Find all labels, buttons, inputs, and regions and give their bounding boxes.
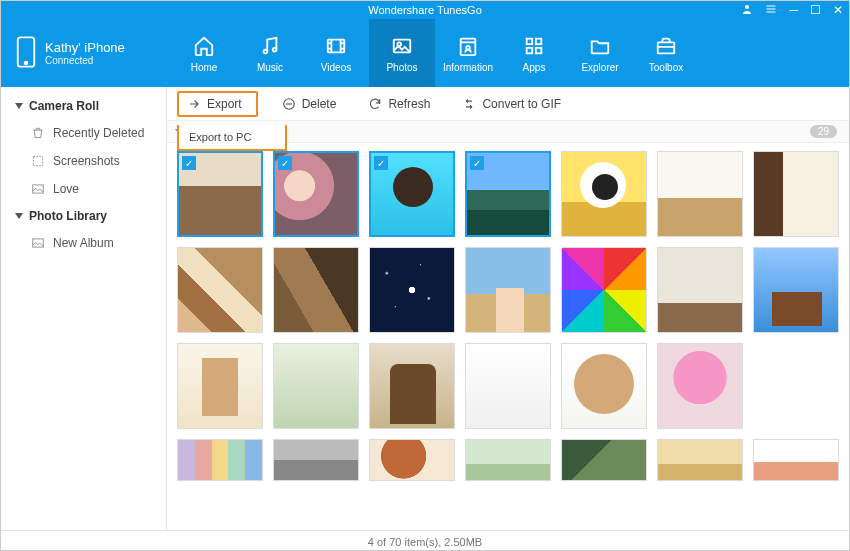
- header: Kathy' iPhone Connected Home Music Video…: [1, 19, 849, 87]
- photo-thumbnail[interactable]: [657, 151, 743, 237]
- toolbox-icon: [652, 34, 680, 58]
- window-controls: ─ ☐ ✕: [741, 1, 843, 19]
- convert-gif-button[interactable]: Convert to GIF: [454, 93, 569, 115]
- export-to-pc[interactable]: Export to PC: [179, 125, 285, 149]
- photo-thumbnail[interactable]: [273, 151, 359, 237]
- check-icon: [470, 156, 484, 170]
- apps-icon: [520, 34, 548, 58]
- svg-point-0: [745, 5, 749, 9]
- app-title: Wondershare TunesGo: [368, 4, 482, 16]
- photo-thumbnail[interactable]: [369, 343, 455, 429]
- photos-icon: [388, 34, 416, 58]
- photo-thumbnail[interactable]: [177, 247, 263, 333]
- photo-thumbnail[interactable]: [657, 247, 743, 333]
- refresh-button[interactable]: Refresh: [360, 93, 438, 115]
- nav-label: Music: [257, 62, 283, 73]
- photo-thumbnail[interactable]: [657, 439, 743, 481]
- photo-thumbnail[interactable]: [273, 247, 359, 333]
- nav-label: Home: [191, 62, 218, 73]
- svg-rect-11: [536, 38, 542, 44]
- nav-label: Apps: [523, 62, 546, 73]
- nav-videos[interactable]: Videos: [303, 19, 369, 87]
- check-icon: [374, 156, 388, 170]
- photo-thumbnail[interactable]: [753, 439, 839, 481]
- convert-label: Convert to GIF: [482, 97, 561, 111]
- photo-thumbnail[interactable]: [465, 247, 551, 333]
- device-status: Connected: [45, 55, 125, 66]
- home-icon: [190, 34, 218, 58]
- photo-grid-container: [167, 143, 849, 530]
- refresh-label: Refresh: [388, 97, 430, 111]
- photo-thumbnail[interactable]: [561, 247, 647, 333]
- photo-thumbnail[interactable]: [369, 247, 455, 333]
- sidebar-item-label: New Album: [53, 236, 114, 250]
- convert-icon: [462, 97, 476, 111]
- toolbar: Export Export to PC Delete Refresh Conve…: [167, 87, 849, 121]
- photo-thumbnail[interactable]: [561, 439, 647, 481]
- nav-music[interactable]: Music: [237, 19, 303, 87]
- nav-label: Explorer: [581, 62, 618, 73]
- export-dropdown: Export to PC: [177, 125, 287, 151]
- photo-thumbnail[interactable]: [561, 343, 647, 429]
- photo-thumbnail[interactable]: [273, 343, 359, 429]
- photo-thumbnail[interactable]: [369, 151, 455, 237]
- explorer-icon: [586, 34, 614, 58]
- export-icon: [187, 97, 201, 111]
- photo-thumbnail[interactable]: [177, 151, 263, 237]
- delete-button[interactable]: Delete: [274, 93, 345, 115]
- svg-rect-17: [33, 239, 44, 247]
- sidebar: Camera Roll Recently Deleted Screenshots…: [1, 87, 167, 530]
- photo-thumbnail[interactable]: [657, 343, 743, 429]
- photo-thumbnail[interactable]: [465, 439, 551, 481]
- sidebar-item-new-album[interactable]: New Album: [1, 229, 166, 257]
- photo-thumbnail[interactable]: [561, 151, 647, 237]
- photo-thumbnail[interactable]: [753, 151, 839, 237]
- svg-rect-10: [527, 38, 533, 44]
- menu-icon[interactable]: [765, 3, 777, 18]
- photo-thumbnail[interactable]: [177, 439, 263, 481]
- nav-photos[interactable]: Photos: [369, 19, 435, 87]
- statusbar: 4 of 70 item(s), 2.50MB: [1, 530, 849, 551]
- sidebar-item-recently-deleted[interactable]: Recently Deleted: [1, 119, 166, 147]
- svg-rect-16: [33, 185, 44, 193]
- nav-label: Videos: [321, 62, 351, 73]
- nav-information[interactable]: Information: [435, 19, 501, 87]
- image-icon: [31, 236, 45, 250]
- nav-apps[interactable]: Apps: [501, 19, 567, 87]
- svg-rect-12: [527, 47, 533, 53]
- count-badge: 29: [810, 125, 837, 138]
- nav-home[interactable]: Home: [171, 19, 237, 87]
- photo-thumbnail[interactable]: [273, 439, 359, 481]
- photo-thumbnail[interactable]: [465, 343, 551, 429]
- photo-thumbnail[interactable]: [753, 247, 839, 333]
- export-button[interactable]: Export: [177, 91, 258, 117]
- sidebar-item-label: Love: [53, 182, 79, 196]
- close-icon[interactable]: ✕: [833, 3, 843, 17]
- minimize-icon[interactable]: ─: [789, 3, 798, 17]
- photo-thumbnail[interactable]: [465, 151, 551, 237]
- svg-point-4: [273, 47, 277, 51]
- photo-grid: [177, 151, 839, 429]
- image-icon: [31, 182, 45, 196]
- titlebar: Wondershare TunesGo ─ ☐ ✕: [1, 1, 849, 19]
- nav-label: Toolbox: [649, 62, 683, 73]
- photo-thumbnail[interactable]: [177, 343, 263, 429]
- nav-label: Information: [443, 62, 493, 73]
- sidebar-group-label: Photo Library: [29, 209, 107, 223]
- sidebar-item-label: Screenshots: [53, 154, 120, 168]
- delete-icon: [282, 97, 296, 111]
- sidebar-group-label: Camera Roll: [29, 99, 99, 113]
- svg-rect-5: [328, 39, 345, 52]
- photo-thumbnail[interactable]: [369, 439, 455, 481]
- refresh-icon: [368, 97, 382, 111]
- sidebar-group-photo-library[interactable]: Photo Library: [1, 203, 166, 229]
- maximize-icon[interactable]: ☐: [810, 3, 821, 17]
- device-info[interactable]: Kathy' iPhone Connected: [1, 19, 171, 87]
- user-icon[interactable]: [741, 3, 753, 18]
- sidebar-item-screenshots[interactable]: Screenshots: [1, 147, 166, 175]
- nav-explorer[interactable]: Explorer: [567, 19, 633, 87]
- sidebar-item-love[interactable]: Love: [1, 175, 166, 203]
- svg-point-3: [264, 49, 268, 53]
- nav-toolbox[interactable]: Toolbox: [633, 19, 699, 87]
- sidebar-group-camera-roll[interactable]: Camera Roll: [1, 93, 166, 119]
